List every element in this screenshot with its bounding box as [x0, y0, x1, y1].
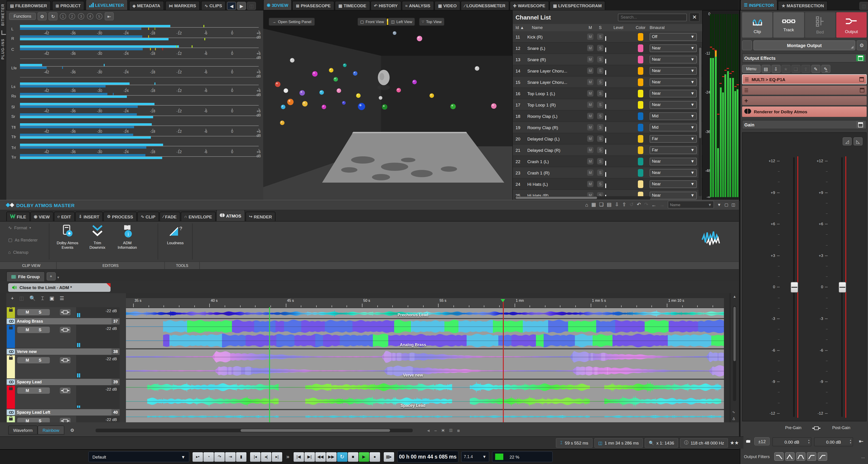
ribbon-tab-view[interactable]: ◉VIEW: [30, 212, 53, 221]
horizontal-scrollbar[interactable]: [515, 196, 651, 199]
route-button[interactable]: [60, 357, 71, 363]
tab-filebrowser[interactable]: ▤FILEBROWSER: [6, 1, 51, 10]
channel-row-12[interactable]: 12Snare (L)MSNear▼: [513, 42, 702, 54]
preset-2[interactable]: 2: [69, 13, 75, 20]
channel-row-18[interactable]: 18Roomy Clap (L)MSMid▼: [513, 111, 702, 122]
render-file-button[interactable]: ▦▸: [383, 452, 394, 462]
tool-loudness[interactable]: ?Loudness: [161, 223, 189, 258]
mute-button[interactable]: M: [587, 158, 593, 164]
audio-object-24[interactable]: [358, 103, 365, 110]
audio-object-25[interactable]: [382, 104, 388, 110]
reset-gain-icon[interactable]: ⇤: [859, 438, 864, 444]
col-level[interactable]: Level: [605, 25, 631, 30]
solo-button[interactable]: S: [597, 45, 603, 51]
stop-button[interactable]: ■: [348, 452, 358, 462]
splitter-icon[interactable]: ⌶: [41, 295, 44, 301]
col-color[interactable]: Color: [631, 25, 650, 30]
mute-button[interactable]: M: [26, 328, 29, 332]
tab-project[interactable]: ⊞PROJECT: [52, 1, 84, 10]
solo-button[interactable]: S: [597, 135, 603, 142]
ribbon-tab-process[interactable]: ⚙PROCESS: [103, 212, 136, 221]
gear-icon[interactable]: ⚙: [857, 40, 867, 50]
binaural-dropdown[interactable]: Far▼: [650, 146, 697, 154]
tab-timecode[interactable]: ▦TIMECODE: [335, 1, 370, 10]
search-icon[interactable]: 🔍: [29, 295, 36, 301]
binaural-dropdown[interactable]: Near▼: [650, 78, 697, 86]
output-filter-2[interactable]: [796, 452, 805, 461]
col-id[interactable]: Id ▲: [513, 25, 532, 30]
solo-button[interactable]: S: [597, 90, 603, 96]
solo-button[interactable]: S: [39, 328, 41, 332]
audio-object-29[interactable]: [334, 77, 338, 82]
loop-button[interactable]: ↻: [337, 452, 347, 462]
selection-length-box[interactable]: ◫1 mn 34 s 286 ms: [594, 438, 643, 447]
solo-button[interactable]: S: [597, 158, 603, 164]
open-icon[interactable]: ▤: [607, 202, 612, 208]
tab-scroll-right-icon[interactable]: ▶: [237, 2, 246, 10]
mute-button[interactable]: M: [26, 419, 29, 422]
pre-gain-fader[interactable]: [790, 282, 798, 293]
timeline[interactable]: 35 s40 s45 s50 s55 s1 mn1 mn 5 s1 mn 10 …: [126, 298, 724, 422]
mute-button[interactable]: M: [587, 181, 593, 187]
binaural-dropdown[interactable]: Near▼: [650, 169, 697, 177]
editor-dolby-atmos-events[interactable]: Dolby AtmosEvents: [54, 223, 82, 258]
audio-object-6[interactable]: [343, 63, 347, 67]
reset-meters-icon[interactable]: ⇤: [105, 12, 114, 21]
file-group-tab[interactable]: File Group: [6, 271, 44, 281]
color-chip[interactable]: [638, 67, 643, 74]
solo-button[interactable]: S: [597, 181, 603, 187]
inspector-tab-inspector[interactable]: ☰INSPECTOR: [740, 0, 778, 10]
preset-3[interactable]: 3: [78, 13, 84, 20]
view-tab-rainbow[interactable]: Rainbow: [38, 426, 64, 435]
solo-button[interactable]: S: [39, 358, 41, 363]
route-button[interactable]: [60, 418, 71, 422]
ribbon-tab-file[interactable]: FILE: [6, 212, 30, 221]
stop-end-button[interactable]: ▮: [236, 452, 246, 462]
save-as-icon[interactable]: ⇪: [622, 202, 626, 208]
fade-button[interactable]: ↷: [214, 452, 225, 462]
vertical-scrollbar[interactable]: [699, 47, 702, 196]
tab-metadata[interactable]: ◆METADATA: [129, 1, 164, 10]
track-color-chip[interactable]: [7, 416, 15, 422]
edit-cursor[interactable]: [269, 307, 270, 422]
side-tab-bitmeter[interactable]: BITMETER: [1, 4, 5, 26]
audio-object-20[interactable]: [396, 88, 401, 92]
ribbon-tab-edit[interactable]: ℮EDIT: [54, 212, 74, 221]
channel-row-14[interactable]: 14Snare Layer Choru...MSNear▼: [513, 65, 702, 76]
color-chip[interactable]: [638, 135, 643, 143]
ribbon-tab-envelope[interactable]: ∩ENVELOPE: [181, 212, 216, 221]
color-chip[interactable]: [638, 90, 643, 97]
transport-preset-dropdown[interactable]: Default▼: [88, 451, 189, 462]
filters-more-button[interactable]: ...: [861, 454, 865, 459]
channel-row-22[interactable]: 22Crash 1 (L)MSNear▼: [513, 156, 702, 167]
lane-Spacey Lead Left-0[interactable]: [126, 409, 724, 422]
mute-button[interactable]: M: [587, 169, 593, 176]
editor-trim-downmix[interactable]: TrimDownmix: [83, 223, 112, 258]
pencil-icon[interactable]: ✎: [811, 65, 820, 73]
solo-button[interactable]: S: [597, 113, 603, 119]
effects-menu-button[interactable]: Menu: [742, 65, 761, 73]
col-binaural[interactable]: Binaural: [650, 25, 698, 30]
color-chip[interactable]: [638, 33, 643, 40]
inspector-tab-mastersection[interactable]: ★MASTERSECTION: [778, 1, 828, 10]
mute-button[interactable]: M: [587, 56, 593, 63]
post-gain-value[interactable]: 0.00 dB▲▼: [814, 437, 853, 446]
zoom-wave-icon[interactable]: ∿: [732, 410, 735, 414]
output-filter-0[interactable]: [774, 452, 784, 461]
add-group-button[interactable]: +: [46, 272, 56, 280]
playback-cursor[interactable]: [503, 301, 503, 422]
pencil-lines-icon[interactable]: ✎̲: [821, 65, 830, 73]
audio-object-17[interactable]: [342, 101, 346, 105]
rewind-button[interactable]: ◀◀: [315, 452, 326, 462]
solo-button[interactable]: S: [597, 147, 603, 153]
ramp-down-icon[interactable]: ◺: [854, 137, 863, 146]
mute-solo-buttons[interactable]: MS: [17, 418, 50, 422]
tab-livespectrogram[interactable]: ▩LIVESPECTROGRAM: [549, 1, 605, 10]
audio-object-2[interactable]: [393, 31, 396, 35]
audio-object-1[interactable]: [417, 36, 422, 41]
binaural-dropdown[interactable]: Near▼: [650, 191, 697, 199]
solo-button[interactable]: S: [597, 79, 603, 85]
undo-icon[interactable]: ↶: [637, 202, 641, 208]
name-filter-dropdown[interactable]: Name▼: [668, 201, 714, 209]
audio-object-13[interactable]: [287, 99, 293, 105]
